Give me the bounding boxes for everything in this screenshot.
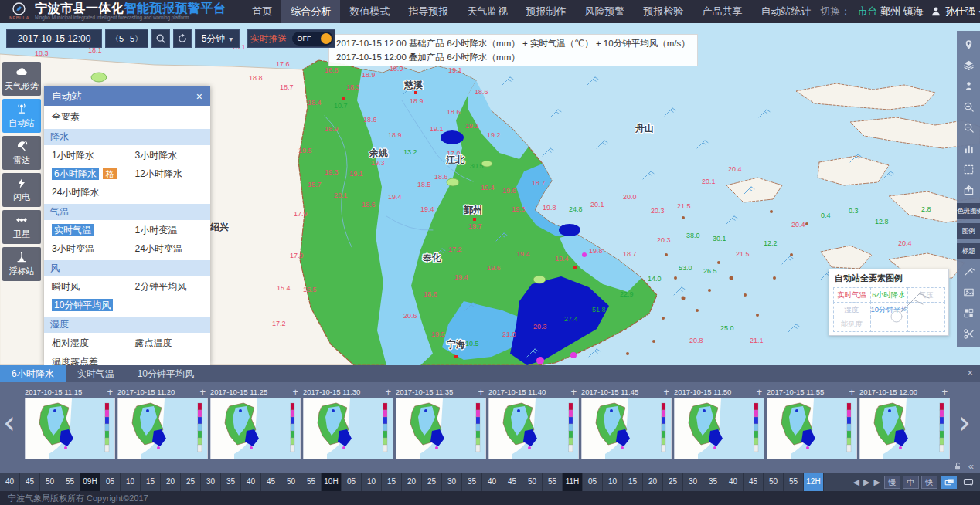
stats-button[interactable] xyxy=(957,138,980,159)
panel-item-3小时变温[interactable]: 3小时变温 xyxy=(44,242,128,256)
search-button[interactable] xyxy=(151,29,170,48)
unlock-icon[interactable] xyxy=(953,462,962,471)
panel-item-温度露点差[interactable]: 温度露点差 xyxy=(44,355,128,365)
nav-item-首页[interactable]: 首页 xyxy=(243,0,281,23)
nav-item-天气监视[interactable]: 天气监视 xyxy=(458,0,516,23)
thumbnail-11:35[interactable]: 2017-10-15 11:35+ xyxy=(396,386,486,459)
switch-option-鄞州[interactable]: 鄞州 xyxy=(880,5,903,17)
timeline-cell-40[interactable]: 40 xyxy=(0,473,20,491)
thumbnail-image[interactable] xyxy=(396,398,486,459)
panel-item-24小时变温[interactable]: 24小时变温 xyxy=(128,242,211,256)
nav-item-产品共享[interactable]: 产品共享 xyxy=(692,0,751,23)
play-button[interactable]: ▶ xyxy=(874,478,880,486)
carousel-prev-button[interactable]: ‹ xyxy=(3,407,15,438)
grid-badge[interactable]: 格 xyxy=(103,168,117,179)
timeline-cell-40[interactable]: 40 xyxy=(482,473,502,491)
plus-icon[interactable]: + xyxy=(570,386,577,398)
timeline-cell-15[interactable]: 15 xyxy=(141,473,161,491)
loop-mode-button[interactable] xyxy=(961,476,976,489)
thumbnail-image[interactable] xyxy=(767,398,857,459)
export-button[interactable] xyxy=(957,180,980,201)
thumbnail-image[interactable] xyxy=(488,398,579,459)
thumbnail-image[interactable] xyxy=(117,398,208,459)
thumbnail-image[interactable] xyxy=(25,398,115,459)
toggle-图例[interactable]: 图例 xyxy=(957,223,980,239)
refresh-button[interactable] xyxy=(173,29,192,48)
toggle-标题[interactable]: 标题 xyxy=(957,243,980,259)
thumbnail-11:30[interactable]: 2017-10-15 11:30+ xyxy=(303,386,393,459)
nav-item-数值模式[interactable]: 数值模式 xyxy=(340,0,399,23)
nav-item-综合分析[interactable]: 综合分析 xyxy=(281,0,340,23)
image-button[interactable] xyxy=(957,282,980,303)
panel-item-瞬时风[interactable]: 瞬时风 xyxy=(44,280,128,293)
zoom-in-button[interactable] xyxy=(957,97,980,117)
person-pin-button[interactable] xyxy=(957,76,980,97)
timeline-cell-10[interactable]: 10 xyxy=(362,473,382,491)
close-icon[interactable]: × xyxy=(196,90,202,103)
nav-item-风险预警[interactable]: 风险预警 xyxy=(575,0,634,23)
timeline-cell-15[interactable]: 15 xyxy=(382,473,402,491)
thumbnail-11:50[interactable]: 2017-10-15 11:50+ xyxy=(674,386,764,459)
timeline-cell-30[interactable]: 30 xyxy=(683,473,703,491)
sidebar-item-卫星[interactable]: 卫星 xyxy=(2,210,41,244)
speed-button-中[interactable]: 中 xyxy=(903,476,919,489)
animation-mode-button[interactable] xyxy=(941,476,957,489)
close-icon[interactable]: × xyxy=(967,367,973,378)
plus-icon[interactable]: + xyxy=(199,386,206,398)
panel-item-相对湿度[interactable]: 相对湿度 xyxy=(44,337,128,350)
push-toggle[interactable]: OFF xyxy=(292,32,333,46)
timeline-cell-25[interactable]: 25 xyxy=(181,473,201,491)
timeline-cell-20[interactable]: 20 xyxy=(402,473,422,491)
tab-10分钟平均风[interactable]: 10分钟平均风 xyxy=(126,365,206,382)
timeline-cell-15[interactable]: 15 xyxy=(623,473,643,491)
thumbnail-image[interactable] xyxy=(859,398,950,459)
next-frame-button[interactable]: ▶ xyxy=(863,478,869,486)
timeline-cell-55[interactable]: 55 xyxy=(543,473,563,491)
panel-item-12小时降水[interactable]: 12小时降水 xyxy=(128,168,211,181)
timeline-cell-45[interactable]: 45 xyxy=(20,473,40,491)
nav-item-自动站统计[interactable]: 自动站统计 xyxy=(751,0,820,23)
toggle-色斑图例[interactable]: 色斑图例 xyxy=(957,203,980,219)
timeline-cell-30[interactable]: 30 xyxy=(201,473,221,491)
step-forward-button[interactable]: 5〉 xyxy=(130,33,143,45)
timeline-cell-40[interactable]: 40 xyxy=(723,473,744,491)
sidebar-item-雷达[interactable]: 雷达 xyxy=(2,136,41,170)
timeline-cell-20[interactable]: 20 xyxy=(161,473,181,491)
plus-icon[interactable]: + xyxy=(663,386,669,398)
timeline-cell-11H[interactable]: 11H xyxy=(563,473,583,491)
timeline-cell-45[interactable]: 45 xyxy=(261,473,281,491)
prev-frame-button[interactable]: ◀ xyxy=(853,478,859,486)
switch-option-市台[interactable]: 市台 xyxy=(857,5,880,17)
timeline-cell-09H[interactable]: 09H xyxy=(80,473,100,491)
plus-icon[interactable]: + xyxy=(756,386,762,398)
timeline-cell-40[interactable]: 40 xyxy=(241,473,261,491)
timeline-cell-55[interactable]: 55 xyxy=(784,473,804,491)
layers-button[interactable] xyxy=(957,55,980,76)
plus-icon[interactable]: + xyxy=(478,386,484,398)
user-menu[interactable]: 孙仕强 ▾ xyxy=(931,5,980,19)
panel-item-2分钟平均风[interactable]: 2分钟平均风 xyxy=(128,280,211,293)
thumbnail-12:00[interactable]: 2017-10-15 12:00+ xyxy=(859,386,950,459)
sidebar-item-自动站[interactable]: 自动站 xyxy=(2,99,41,133)
timeline-cell-45[interactable]: 45 xyxy=(502,473,522,491)
plus-icon[interactable]: + xyxy=(107,386,113,398)
nav-item-预报制作[interactable]: 预报制作 xyxy=(516,0,575,23)
step-back-button[interactable]: 〈5 xyxy=(111,33,124,45)
timeline-cell-50[interactable]: 50 xyxy=(40,473,60,491)
panel-item-1小时降水[interactable]: 1小时降水 xyxy=(44,149,128,162)
timeline-cell-05[interactable]: 05 xyxy=(342,473,362,491)
thumbnail-11:15[interactable]: 2017-10-15 11:15+ xyxy=(25,386,115,459)
panel-item-实时气温[interactable]: 实时气温 xyxy=(44,224,128,237)
thumbnail-image[interactable] xyxy=(210,398,301,459)
plus-icon[interactable]: + xyxy=(849,386,855,398)
interval-select[interactable]: 5分钟 ▾ xyxy=(195,29,240,48)
sidebar-item-浮标站[interactable]: 浮标站 xyxy=(2,247,41,281)
timeline-cell-35[interactable]: 35 xyxy=(221,473,241,491)
mosaic-button[interactable] xyxy=(957,303,980,324)
timeline-cell-50[interactable]: 50 xyxy=(281,473,301,491)
timeline-cell-12H[interactable]: 12H xyxy=(804,473,824,491)
thumbnail-11:25[interactable]: 2017-10-15 11:25+ xyxy=(210,386,301,459)
plus-icon[interactable]: + xyxy=(292,386,298,398)
speed-button-快[interactable]: 快 xyxy=(921,476,937,489)
nav-item-预报检验[interactable]: 预报检验 xyxy=(634,0,692,23)
